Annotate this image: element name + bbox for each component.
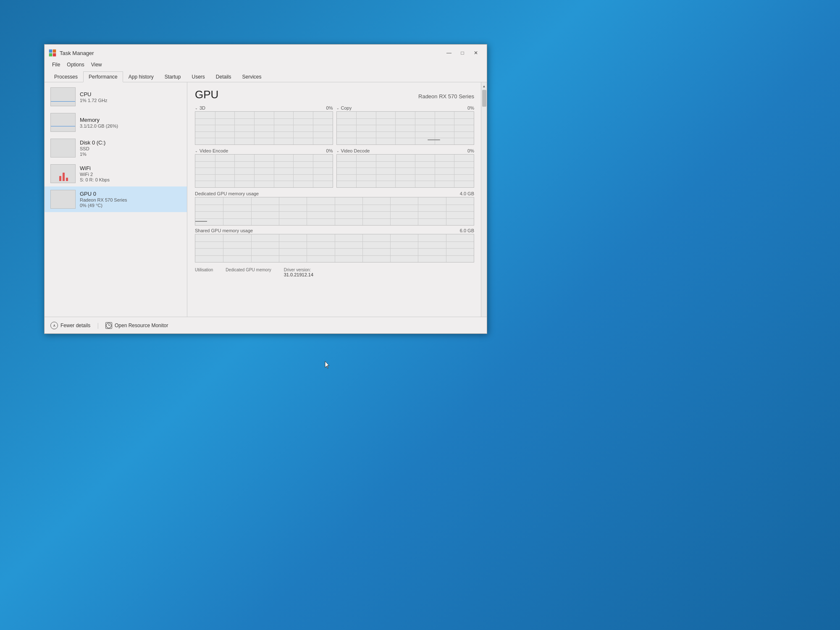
resource-monitor-label: Open Resource Monitor bbox=[115, 323, 168, 328]
graph-copy-title: Copy bbox=[341, 105, 352, 110]
gpu-header: GPU Radeon RX 570 Series bbox=[195, 88, 474, 101]
svg-rect-3 bbox=[53, 53, 56, 56]
sidebar-item-wifi[interactable]: WiFi WiFi 2 S: 0 R: 0 Kbps bbox=[45, 161, 187, 186]
title-bar: Task Manager — □ ✕ bbox=[45, 45, 487, 60]
gpu-title-sidebar: GPU 0 bbox=[80, 191, 127, 197]
chevron-copy-icon: ⌄ bbox=[336, 106, 339, 110]
memory-title: Memory bbox=[80, 117, 118, 123]
graph-3d: ⌄ 3D 0% bbox=[195, 105, 333, 145]
shared-mem-graph bbox=[195, 234, 474, 262]
title-left: Task Manager bbox=[49, 49, 94, 57]
sidebar-item-disk[interactable]: Disk 0 (C:) SSD 1% bbox=[45, 135, 187, 161]
dedicated-mem-graph bbox=[195, 197, 474, 226]
graph-copy-box bbox=[336, 111, 475, 145]
graph-3d-label: ⌄ 3D bbox=[195, 105, 205, 110]
cpu-sub1: 1% 1.72 GHz bbox=[80, 98, 107, 103]
memory-info: Memory 3.1/12.0 GB (26%) bbox=[80, 117, 118, 129]
graph-encode-label: ⌄ Video Encode bbox=[195, 148, 228, 153]
stat-ded-mem-label: Dedicated GPU memory bbox=[226, 268, 271, 272]
maximize-button[interactable]: □ bbox=[457, 48, 468, 58]
shared-mem-value: 6.0 GB bbox=[460, 228, 474, 233]
graph-encode-box bbox=[195, 154, 333, 188]
graph-3d-label-row: ⌄ 3D 0% bbox=[195, 105, 333, 110]
graph-decode-value: 0% bbox=[467, 148, 474, 153]
graph-copy-value: 0% bbox=[467, 105, 474, 110]
fewer-details-icon: ∧ bbox=[50, 322, 58, 329]
graph-video-decode: ⌄ Video Decode 0% bbox=[336, 148, 475, 188]
close-button[interactable]: ✕ bbox=[470, 48, 482, 58]
tab-processes[interactable]: Processes bbox=[49, 71, 83, 82]
sidebar-item-cpu[interactable]: CPU 1% 1.72 GHz bbox=[45, 84, 187, 110]
tab-performance[interactable]: Performance bbox=[83, 71, 123, 82]
memory-sub1: 3.1/12.0 GB (26%) bbox=[80, 123, 118, 129]
graph-3d-grid bbox=[195, 112, 333, 144]
scrollbar-thumb[interactable] bbox=[482, 90, 486, 107]
sidebar: CPU 1% 1.72 GHz Memory 3.1/12.0 GB (26%)… bbox=[45, 82, 187, 317]
sidebar-item-gpu[interactable]: GPU 0 Radeon RX 570 Series 0% (49 °C) bbox=[45, 186, 187, 212]
scroll-up-icon[interactable]: ▲ bbox=[482, 83, 486, 89]
wifi-sub2: S: 0 R: 0 Kbps bbox=[80, 177, 110, 182]
svg-rect-1 bbox=[53, 50, 56, 52]
footer: ∧ Fewer details | Open Resource Monitor bbox=[45, 317, 487, 333]
cpu-title: CPU bbox=[80, 91, 107, 97]
menu-bar: File Options View bbox=[45, 60, 487, 70]
shared-gpu-memory-section: Shared GPU memory usage 6.0 GB bbox=[195, 228, 474, 262]
tab-details[interactable]: Details bbox=[210, 71, 237, 82]
sidebar-item-memory[interactable]: Memory 3.1/12.0 GB (26%) bbox=[45, 110, 187, 135]
window-controls: — □ ✕ bbox=[443, 48, 482, 58]
main-panel: GPU Radeon RX 570 Series ⌄ 3D 0% bbox=[187, 82, 481, 317]
wifi-thumbnail bbox=[50, 164, 76, 183]
graph-copy: ⌄ Copy 0% bbox=[336, 105, 475, 145]
graph-decode-label: ⌄ Video Decode bbox=[336, 148, 370, 153]
task-manager-icon bbox=[49, 49, 56, 57]
chevron-decode-icon: ⌄ bbox=[336, 149, 339, 153]
wifi-sub1: WiFi 2 bbox=[80, 172, 110, 177]
menu-options[interactable]: Options bbox=[63, 61, 87, 68]
cpu-info: CPU 1% 1.72 GHz bbox=[80, 91, 107, 103]
graph-3d-value: 0% bbox=[326, 105, 333, 110]
minimize-button[interactable]: — bbox=[443, 48, 455, 58]
tab-users[interactable]: Users bbox=[186, 71, 210, 82]
shared-mem-label-row: Shared GPU memory usage 6.0 GB bbox=[195, 228, 474, 233]
stat-dedicated-memory: Dedicated GPU memory bbox=[226, 268, 271, 277]
chevron-3d-icon: ⌄ bbox=[195, 106, 198, 110]
graph-encode-value: 0% bbox=[326, 148, 333, 153]
graph-copy-grid bbox=[337, 112, 474, 144]
fewer-details-button[interactable]: ∧ Fewer details bbox=[50, 322, 90, 329]
gpu-model-label: Radeon RX 570 Series bbox=[418, 93, 474, 100]
task-manager-window: Task Manager — □ ✕ File Options View Pro… bbox=[44, 44, 487, 334]
svg-rect-0 bbox=[49, 50, 52, 52]
menu-file[interactable]: File bbox=[49, 61, 63, 68]
dedicated-mem-grid bbox=[195, 197, 474, 225]
wifi-title: WiFi bbox=[80, 165, 110, 171]
dedicated-mem-label: Dedicated GPU memory usage bbox=[195, 191, 259, 196]
content-area: CPU 1% 1.72 GHz Memory 3.1/12.0 GB (26%)… bbox=[45, 82, 487, 317]
shared-mem-grid bbox=[195, 234, 474, 262]
graph-copy-label: ⌄ Copy bbox=[336, 105, 352, 110]
footer-divider: | bbox=[97, 322, 99, 329]
disk-sub1: SSD bbox=[80, 146, 105, 151]
open-resource-monitor-button[interactable]: Open Resource Monitor bbox=[105, 322, 168, 329]
gpu-thumbnail bbox=[50, 190, 76, 209]
graph-decode-grid bbox=[337, 155, 474, 187]
menu-view[interactable]: View bbox=[88, 61, 105, 68]
chevron-encode-icon: ⌄ bbox=[195, 149, 198, 153]
graph-decode-box bbox=[336, 154, 475, 188]
memory-thumbnail bbox=[50, 113, 76, 132]
stat-driver-label: Driver version: bbox=[284, 268, 313, 272]
tab-app-history[interactable]: App history bbox=[123, 71, 159, 82]
disk-title: Disk 0 (C:) bbox=[80, 139, 105, 146]
disk-sub2: 1% bbox=[80, 152, 105, 157]
stat-driver-value: 31.0.21912.14 bbox=[284, 272, 313, 277]
window-title: Task Manager bbox=[60, 50, 94, 56]
tab-services[interactable]: Services bbox=[237, 71, 267, 82]
fewer-details-label: Fewer details bbox=[60, 323, 90, 328]
disk-thumbnail bbox=[50, 139, 76, 158]
scrollbar[interactable]: ▲ bbox=[481, 82, 487, 317]
resource-monitor-icon bbox=[105, 322, 112, 329]
stat-driver-version: Driver version: 31.0.21912.14 bbox=[284, 268, 313, 277]
dedicated-mem-value: 4.0 GB bbox=[460, 191, 474, 196]
tab-startup[interactable]: Startup bbox=[159, 71, 186, 82]
stat-utilisation: Utilisation bbox=[195, 268, 213, 277]
dedicated-mem-label-row: Dedicated GPU memory usage 4.0 GB bbox=[195, 191, 474, 196]
